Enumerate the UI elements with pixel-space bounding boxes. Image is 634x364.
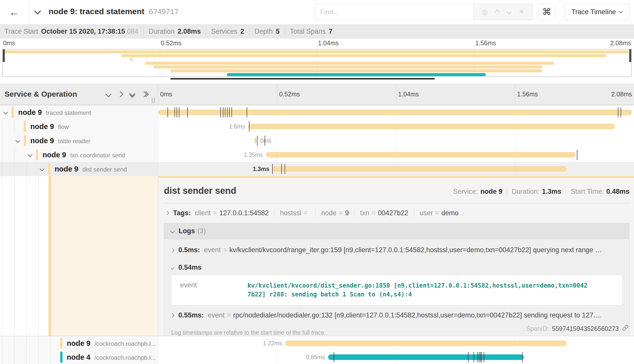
trace-collapse-toggle[interactable] xyxy=(35,9,40,14)
service-operation-title: Service & Operation xyxy=(5,90,77,98)
span-name-cell[interactable]: node 9table reader xyxy=(0,134,158,148)
indent-guide xyxy=(14,119,14,134)
log-tick-mark xyxy=(474,352,474,362)
collapse-all-icon[interactable] xyxy=(130,91,134,97)
log-entry-collapsed[interactable]: 0.55ms:event=rpc/nodedialer/nodedialer.g… xyxy=(171,306,629,324)
chevron-down-icon xyxy=(3,110,8,114)
span-name-cell[interactable]: node 9/cockroach.roachpb.I... xyxy=(0,336,158,350)
span-row[interactable]: node 9dist sender send1.3ms xyxy=(0,162,634,176)
log-tick-mark xyxy=(480,352,481,362)
expand-chevron[interactable] xyxy=(4,110,7,115)
span-timeline-cell[interactable]: 1.6ms xyxy=(158,119,634,134)
operation-name: table reader xyxy=(58,138,90,145)
span-row[interactable]: node 9table reader0ms xyxy=(0,134,634,148)
chevron-down-icon xyxy=(28,152,32,157)
span-name-cell[interactable]: node 9traced statement xyxy=(0,105,158,119)
span-timeline-cell[interactable]: 1.22ms xyxy=(158,336,634,350)
span-name-cell[interactable]: node 9flow xyxy=(0,119,158,134)
minimap-scrubber-right[interactable] xyxy=(629,49,631,62)
log-field-table: eventkv/kvclient/kvcoord/dist_sender.go:… xyxy=(171,275,623,305)
log-tick-mark xyxy=(177,107,177,117)
detail-meta: Service:node 9Duration:1.3msStart Time:0… xyxy=(453,188,629,196)
tag-value: 127.0.0.1:54582 xyxy=(219,209,269,217)
span-name-cell[interactable]: node 9txn coordinator send xyxy=(0,148,158,162)
find-input[interactable] xyxy=(315,4,474,20)
span-timeline-cell[interactable]: 1.3ms xyxy=(158,162,634,176)
minimap-axis-tick: 0ms xyxy=(3,39,15,47)
timeline-axis-header: 0ms0.52ms1.04ms1.56ms2.08ms xyxy=(158,83,634,105)
trace-view-selector[interactable]: Trace Timeline xyxy=(564,4,629,20)
minimap-axis-tick: 0.52ms xyxy=(161,39,182,47)
expand-chevron[interactable] xyxy=(28,153,32,157)
span-duration-bar[interactable] xyxy=(266,152,576,158)
span-row[interactable]: node 9/cockroach.roachpb.I...1.22ms xyxy=(0,336,634,350)
operation-name: dist sender send xyxy=(82,166,127,173)
log-entry-expanded-header[interactable]: 0.54ms xyxy=(171,259,629,274)
keyboard-shortcuts-button[interactable]: ⌘ xyxy=(538,4,555,20)
span-duration-bar[interactable] xyxy=(285,340,566,346)
trace-timeline-page: ← node 9: traced statement 6749717 ◎ ✕ ⌘… xyxy=(0,0,634,364)
span-name: node 9traced statement xyxy=(18,108,91,117)
log-tick-mark xyxy=(484,352,484,362)
collapse-one-icon[interactable] xyxy=(106,92,111,96)
span-row[interactable]: node 9txn coordinator send1.35ms xyxy=(0,148,634,162)
close-icon[interactable]: ✕ xyxy=(519,9,524,15)
span-timeline-cell[interactable]: 0.85ms xyxy=(158,350,634,364)
span-timeline-cell[interactable] xyxy=(158,105,634,119)
expand-one-icon[interactable] xyxy=(118,92,122,96)
span-duration-bar[interactable] xyxy=(254,138,257,143)
trace-minimap: 0ms0.52ms1.04ms1.56ms2.08ms xyxy=(0,38,634,79)
span-name: node 9flow xyxy=(30,122,69,131)
span-row[interactable]: node 9flow1.6ms xyxy=(0,119,634,134)
service-name: node 9 xyxy=(30,137,54,145)
span-row[interactable]: node 9traced statement xyxy=(0,105,634,119)
log-timestamp: 0.54ms xyxy=(178,264,202,271)
span-duration-bar[interactable] xyxy=(328,354,524,360)
top-bar: ← node 9: traced statement 6749717 ◎ ✕ ⌘… xyxy=(0,0,634,25)
target-icon[interactable]: ◎ xyxy=(482,9,488,15)
tag-key: txn xyxy=(360,209,369,217)
divider xyxy=(274,209,274,217)
span-name-cell[interactable]: node 9dist sender send xyxy=(0,162,158,176)
minimap-span-bar xyxy=(227,73,485,76)
tags-row[interactable]: Tags:client=127.0.0.1:54582hostssl=node=… xyxy=(158,203,634,217)
gridline xyxy=(277,134,277,148)
minimap-span-bar xyxy=(121,54,606,57)
log-tick-mark xyxy=(220,107,221,117)
log-tick-mark xyxy=(577,150,577,160)
service-name: node 9 xyxy=(43,151,66,159)
timeline-axis-tick: 2.08ms xyxy=(611,91,632,98)
meta-label: Start Time: xyxy=(571,188,604,196)
span-duration-bar[interactable] xyxy=(272,166,566,172)
indent-guide xyxy=(26,350,27,364)
minimap-canvas[interactable] xyxy=(3,49,631,77)
span-table-header: Service & Operation 0ms0.52ms1.04ms1.56m… xyxy=(0,83,634,105)
minimap-scrubber-left[interactable] xyxy=(3,49,5,62)
log-entry-collapsed[interactable]: 0.5ms:event=kv/kvclient/kvcoord/range_it… xyxy=(171,241,629,259)
expand-chevron[interactable] xyxy=(16,139,19,143)
logs-header[interactable]: Logs(3) xyxy=(164,223,629,239)
chevron-up-icon[interactable] xyxy=(495,9,500,14)
span-timeline-cell[interactable]: 1.35ms xyxy=(158,148,634,162)
span-timeline-cell[interactable]: 0ms xyxy=(158,134,634,148)
expand-chevron[interactable] xyxy=(40,167,44,172)
column-resizer-grip[interactable] xyxy=(152,98,155,103)
summary-label: Services xyxy=(211,28,237,35)
expand-all-icon[interactable] xyxy=(142,92,148,96)
span-duration-bar[interactable] xyxy=(248,124,615,129)
span-rows: node 9traced statementnode 9flow1.6msnod… xyxy=(0,105,634,364)
back-button[interactable]: ← xyxy=(0,0,29,24)
log-tick-mark xyxy=(225,107,225,117)
span-id-row: SpanID:5597415943526560273 xyxy=(526,324,629,333)
chevron-down-icon xyxy=(170,229,175,233)
equals-sign: = xyxy=(223,246,227,254)
trace-id: 6749717 xyxy=(149,7,179,16)
link-icon[interactable] xyxy=(622,324,629,333)
tag-key: user xyxy=(420,209,433,217)
span-name-cell[interactable]: node 4/cockroach.roachpb.I... xyxy=(0,350,158,364)
span-row[interactable]: node 4/cockroach.roachpb.I...0.85ms xyxy=(0,350,634,364)
indent-guide xyxy=(2,162,2,176)
chevron-down-icon xyxy=(40,166,44,171)
divider xyxy=(414,209,414,217)
chevron-down-icon[interactable] xyxy=(506,9,512,14)
